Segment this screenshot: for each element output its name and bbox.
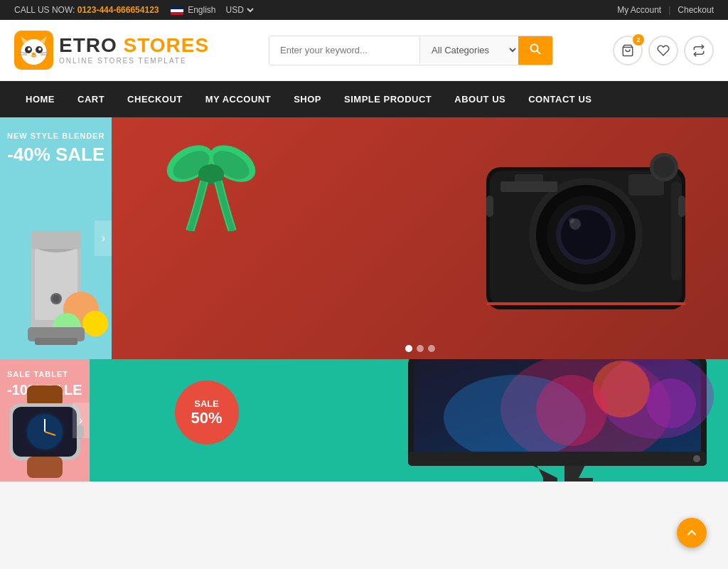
cart-badge: 2	[633, 34, 644, 46]
nav-item-about[interactable]: ABOUT US	[443, 81, 517, 117]
sale-badge-text: SALE	[194, 398, 219, 409]
nav-link-contact[interactable]: CONTACT US	[517, 81, 603, 117]
svg-point-10	[32, 53, 36, 55]
dot-1[interactable]	[405, 345, 412, 352]
promo-blender[interactable]: NEW STYLE BLENDER -40% SALE	[0, 117, 112, 359]
slider-dots	[405, 345, 435, 352]
language-label[interactable]: English	[188, 5, 215, 15]
banner-row-bottom: SALE TABLET -10% SALE ›	[0, 359, 728, 482]
dot-2[interactable]	[417, 345, 424, 352]
search-icon	[530, 43, 541, 55]
svg-rect-59	[27, 457, 63, 478]
nav-item-myaccount[interactable]: MY ACCOUNT	[194, 81, 282, 117]
svg-rect-49	[500, 181, 557, 192]
carousel-next-top[interactable]: ›	[95, 220, 112, 256]
nav-item-contact[interactable]: CONTACT US	[517, 81, 603, 117]
nav-item-checkout[interactable]: CHECKOUT	[116, 81, 194, 117]
nav-item-cart[interactable]: CART	[66, 81, 116, 117]
nav-link-home[interactable]: HOME	[14, 81, 66, 117]
nav-item-shop[interactable]: SHOP	[282, 81, 333, 117]
svg-point-1	[21, 39, 47, 65]
svg-rect-50	[486, 196, 493, 217]
hero-bottom: SALE 50%	[90, 359, 728, 482]
svg-point-28	[53, 295, 60, 302]
nav-link-about[interactable]: ABOUT US	[443, 81, 517, 117]
nav-link-myaccount[interactable]: MY ACCOUNT	[194, 81, 282, 117]
logo-name: ETRO STORES	[59, 36, 209, 55]
nav-link-simple[interactable]: SIMPLE PRODUCT	[333, 81, 443, 117]
category-select[interactable]: All Categories Electronics Clothing Home…	[419, 37, 518, 63]
cart-icon	[621, 44, 634, 57]
tv-image	[373, 359, 728, 482]
svg-line-16	[537, 50, 541, 54]
svg-point-68	[536, 375, 607, 446]
promo-tablet[interactable]: SALE TABLET -10% SALE ›	[0, 359, 90, 482]
svg-point-45	[653, 156, 675, 178]
cart-button[interactable]: 2	[613, 36, 643, 65]
logo[interactable]: ETRO STORES ONLINE STORES TEMPLATE	[14, 31, 209, 70]
svg-point-4	[28, 48, 31, 50]
sale-badge-percent: 50%	[191, 409, 223, 427]
header-icons: 2	[613, 36, 714, 65]
svg-point-72	[693, 455, 700, 462]
camera-image	[429, 117, 728, 359]
banner-area: NEW STYLE BLENDER -40% SALE	[0, 117, 728, 482]
wishlist-button[interactable]	[648, 36, 678, 65]
svg-point-69	[646, 378, 696, 428]
nav-item-home[interactable]: HOME	[14, 81, 66, 117]
currency-select[interactable]: USD EUR GBP	[223, 4, 256, 16]
svg-rect-48	[486, 302, 685, 305]
banner-row-top: NEW STYLE BLENDER -40% SALE	[0, 117, 728, 359]
main-nav: HOME CART CHECKOUT MY ACCOUNT SHOP SIMPL…	[0, 81, 728, 117]
call-label: CALL US NOW:	[14, 5, 75, 15]
logo-text: ETRO STORES ONLINE STORES TEMPLATE	[59, 36, 209, 65]
top-bar-left: CALL US NOW: 0123-444-666654123 English …	[14, 4, 256, 16]
hero-main	[112, 117, 728, 359]
nav-link-shop[interactable]: SHOP	[282, 81, 333, 117]
svg-point-5	[38, 48, 41, 50]
svg-rect-51	[678, 196, 685, 217]
svg-point-40	[561, 210, 611, 260]
logo-icon	[14, 31, 53, 70]
svg-rect-21	[31, 231, 81, 249]
svg-point-23	[82, 311, 108, 336]
blender-image	[0, 188, 112, 359]
header: ETRO STORES ONLINE STORES TEMPLATE All C…	[0, 20, 728, 81]
svg-rect-71	[408, 452, 707, 466]
nav-item-simple[interactable]: SIMPLE PRODUCT	[333, 81, 443, 117]
sale-badge: SALE 50%	[175, 381, 239, 445]
top-bar-right: My Account | Checkout	[617, 5, 714, 15]
nav-link-cart[interactable]: CART	[66, 81, 116, 117]
carousel-next-bottom[interactable]: ›	[73, 403, 90, 438]
nav-link-checkout[interactable]: CHECKOUT	[116, 81, 194, 117]
bow-image	[154, 117, 268, 231]
svg-point-42	[569, 218, 574, 223]
checkout-link[interactable]: Checkout	[678, 5, 714, 15]
compare-icon	[692, 44, 705, 57]
heart-icon	[657, 44, 670, 57]
dot-3[interactable]	[428, 345, 435, 352]
nav-list: HOME CART CHECKOUT MY ACCOUNT SHOP SIMPL…	[14, 81, 714, 117]
hero-background	[112, 117, 728, 359]
svg-point-15	[531, 44, 538, 51]
my-account-link[interactable]: My Account	[617, 5, 661, 15]
compare-button[interactable]	[684, 36, 714, 65]
top-bar: CALL US NOW: 0123-444-666654123 English …	[0, 0, 728, 20]
phone-number: 0123-444-666654123	[77, 5, 159, 15]
logo-stores: STORES	[124, 34, 210, 56]
search-button[interactable]	[518, 36, 552, 65]
search-bar: All Categories Electronics Clothing Home…	[269, 36, 553, 65]
promo-blender-label: NEW STYLE BLENDER	[7, 132, 105, 140]
logo-tagline: ONLINE STORES TEMPLATE	[59, 57, 209, 65]
svg-rect-26	[35, 338, 77, 345]
search-input[interactable]	[269, 38, 419, 63]
promo-blender-sale: -40% SALE	[7, 144, 105, 166]
logo-etro: ETRO	[59, 34, 124, 56]
promo-tablet-label: SALE TABLET	[7, 370, 68, 378]
flag-icon	[171, 6, 183, 15]
